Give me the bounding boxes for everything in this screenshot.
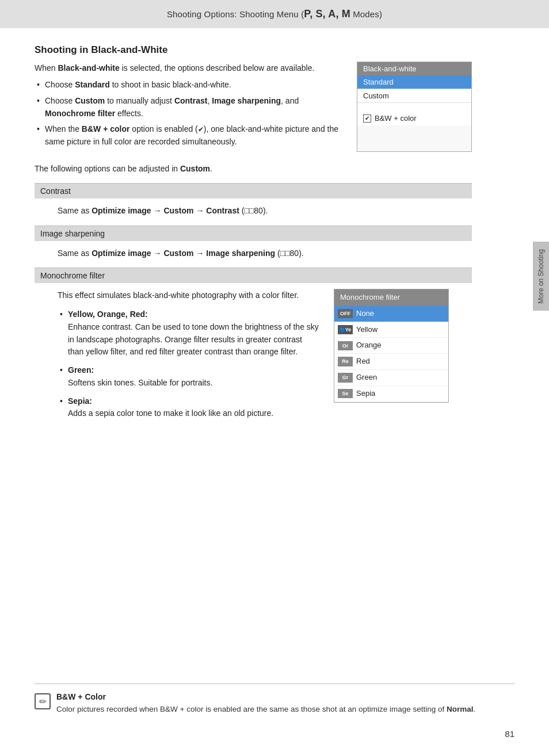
mono-badge-off: OFF <box>338 309 353 318</box>
mono-item-sepia[interactable]: Se Sepia <box>334 386 448 402</box>
page-number: 81 <box>505 729 514 739</box>
mono-label-orange: Orange <box>356 339 381 352</box>
contrast-content: Same as Optimize image → Custom → Contra… <box>35 198 472 225</box>
image-sharpening-content: Same as Optimize image → Custom → Image … <box>35 241 472 268</box>
bw-panel: Black-and-white Standard Custom ✔ B&W + … <box>357 62 472 152</box>
image-sharpening-row: Image sharpening <box>35 226 472 241</box>
note-section: ✏ B&W + Color Color pictures recorded wh… <box>35 684 514 721</box>
bullet-yellow-orange-red: Yellow, Orange, Red: Enhance contrast. C… <box>58 308 320 358</box>
mono-label-yellow: Yellow <box>356 324 378 336</box>
contrast-row: Contrast <box>35 183 472 198</box>
mono-item-green[interactable]: Gr Green <box>334 370 448 386</box>
bw-panel-item-custom[interactable]: Custom <box>357 89 471 103</box>
bullet-custom: Choose Custom to manually adjust Contras… <box>35 95 343 120</box>
bw-panel-checkbox-row[interactable]: ✔ B&W + color <box>357 111 471 125</box>
page-header: Shooting Options: Shooting Menu (P, S, A… <box>0 0 549 28</box>
monochrome-row: Monochrome filter <box>35 268 472 283</box>
mono-badge-ye: 🔵Ye <box>338 325 353 335</box>
mono-item-yellow[interactable]: 🔵Ye Yellow <box>334 322 448 338</box>
mono-panel-header: Monochrome filter <box>334 289 448 306</box>
mono-item-none[interactable]: OFF None <box>334 306 448 322</box>
mono-label-sepia: Sepia <box>356 388 375 400</box>
bullet-bw-color: When the B&W + color option is enabled (… <box>35 123 343 148</box>
note-title: B&W + Color <box>56 692 475 701</box>
header-text: Shooting Options: Shooting Menu ( <box>167 9 304 19</box>
bullet-standard: Choose Standard to shoot in basic black-… <box>35 79 343 91</box>
checkbox-label: B&W + color <box>375 114 417 123</box>
section-title: Shooting in Black-and-White <box>35 44 472 56</box>
options-section: Contrast Same as Optimize image → Custom… <box>35 183 472 432</box>
bw-panel-header: Black-and-white <box>357 62 471 75</box>
note-icon: ✏ <box>35 693 51 709</box>
mono-badge-re: Re <box>338 357 353 366</box>
mono-badge-gr: Gr <box>338 373 353 382</box>
mono-item-orange[interactable]: Or Orange <box>334 338 448 354</box>
mono-panel: Monochrome filter OFF None 🔵Ye Yellow Or… <box>334 289 449 403</box>
mono-label-none: None <box>356 308 374 320</box>
side-tab: More on Shooting <box>533 242 549 311</box>
header-modes: P, S, A, M <box>304 8 350 20</box>
mono-badge-or: Or <box>338 341 353 350</box>
mono-label-red: Red <box>356 356 370 368</box>
checkbox-icon: ✔ <box>363 114 371 123</box>
mono-badge-se: Se <box>338 389 353 398</box>
note-text: Color pictures recorded when B&W + color… <box>56 704 475 716</box>
header-text-end: Modes) <box>350 9 382 19</box>
bw-panel-item-standard[interactable]: Standard <box>357 75 471 89</box>
intro-paragraph: When Black-and-white is selected, the op… <box>35 62 343 74</box>
following-text: The following options can be adjusted in… <box>35 162 472 175</box>
mono-item-red[interactable]: Re Red <box>334 354 448 370</box>
bullet-sepia: Sepia:Adds a sepia color tone to make it… <box>58 395 320 420</box>
side-tab-text: More on Shooting <box>537 249 545 304</box>
mono-label-green: Green <box>356 372 377 384</box>
monochrome-desc: This effect simulates black-and-white ph… <box>58 289 320 301</box>
monochrome-content: This effect simulates black-and-white ph… <box>35 283 472 432</box>
bullet-green: Green:Softens skin tones. Suitable for p… <box>58 364 320 389</box>
